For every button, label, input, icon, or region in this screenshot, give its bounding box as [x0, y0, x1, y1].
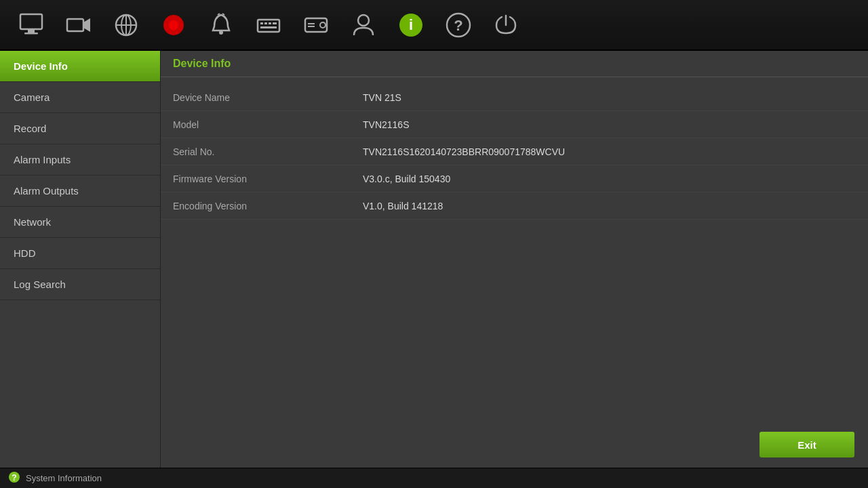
- exit-area: Exit: [161, 420, 868, 468]
- encoding-row: Encoding Version V1.0, Build 141218: [161, 192, 868, 220]
- sidebar-item-network[interactable]: Network: [0, 207, 160, 238]
- device-name-row: Device Name TVN 21S: [161, 84, 868, 111]
- model-value: TVN2116S: [351, 113, 868, 137]
- record-icon[interactable]: [156, 7, 191, 43]
- svg-point-11: [219, 30, 223, 35]
- svg-marker-4: [83, 18, 90, 32]
- svg-rect-17: [269, 22, 271, 24]
- sidebar-item-device-info[interactable]: Device Info: [0, 51, 160, 82]
- content-body: Device Name TVN 21S Model TVN2116S Seria…: [161, 77, 868, 420]
- svg-text:i: i: [409, 16, 413, 33]
- keyboard-icon[interactable]: [251, 7, 286, 43]
- sidebar-item-log-search[interactable]: Log Search: [0, 269, 160, 300]
- svg-rect-18: [273, 22, 277, 24]
- svg-rect-2: [24, 33, 38, 35]
- sidebar: Device Info Camera Record Alarm Inputs A…: [0, 51, 161, 468]
- exit-button[interactable]: Exit: [760, 432, 854, 458]
- device-name-value: TVN 21S: [351, 85, 868, 110]
- firmware-value: V3.0.c, Build 150430: [351, 167, 868, 191]
- firmware-label: Firmware Version: [161, 167, 351, 191]
- sidebar-item-record[interactable]: Record: [0, 113, 160, 144]
- toolbar: i ?: [0, 0, 868, 51]
- svg-rect-15: [260, 22, 263, 24]
- globe-icon[interactable]: [108, 7, 144, 43]
- statusbar-text: System Information: [26, 473, 102, 483]
- svg-rect-20: [305, 18, 327, 32]
- sidebar-item-alarm-outputs[interactable]: Alarm Outputs: [0, 176, 160, 207]
- main-area: Device Info Camera Record Alarm Inputs A…: [0, 51, 868, 468]
- info-icon[interactable]: i: [393, 7, 429, 43]
- svg-rect-1: [28, 29, 35, 33]
- hdd-icon[interactable]: [298, 7, 334, 43]
- camera-icon[interactable]: [61, 7, 96, 43]
- svg-point-24: [358, 15, 369, 26]
- user-icon[interactable]: [346, 7, 381, 43]
- content-title: Device Info: [161, 51, 868, 77]
- svg-text:?: ?: [454, 17, 462, 34]
- serial-label: Serial No.: [161, 140, 351, 164]
- question-small-icon: ?: [8, 471, 20, 485]
- encoding-value: V1.0, Build 141218: [351, 194, 868, 218]
- serial-value: TVN2116S1620140723BBRR090071788WCVU: [351, 140, 868, 164]
- sidebar-item-alarm-inputs[interactable]: Alarm Inputs: [0, 144, 160, 176]
- sidebar-item-camera[interactable]: Camera: [0, 82, 160, 113]
- svg-rect-3: [67, 19, 83, 31]
- content-area: Device Info Device Name TVN 21S Model TV…: [161, 51, 868, 468]
- serial-row: Serial No. TVN2116S1620140723BBRR0900717…: [161, 138, 868, 165]
- monitor-icon[interactable]: [14, 7, 49, 43]
- svg-rect-19: [260, 26, 277, 28]
- sidebar-item-hdd[interactable]: HDD: [0, 238, 160, 269]
- model-row: Model TVN2116S: [161, 111, 868, 138]
- svg-rect-16: [264, 22, 267, 24]
- statusbar: ? System Information: [0, 468, 868, 488]
- power-icon[interactable]: [488, 7, 524, 43]
- question-icon[interactable]: ?: [441, 7, 476, 43]
- alarm-icon[interactable]: [203, 7, 239, 43]
- svg-point-10: [169, 20, 178, 30]
- svg-text:?: ?: [12, 473, 16, 483]
- svg-point-21: [320, 22, 326, 28]
- model-label: Model: [161, 113, 351, 137]
- device-name-label: Device Name: [161, 85, 351, 110]
- encoding-label: Encoding Version: [161, 194, 351, 218]
- svg-rect-0: [20, 14, 42, 29]
- svg-rect-14: [258, 20, 279, 32]
- firmware-row: Firmware Version V3.0.c, Build 150430: [161, 165, 868, 192]
